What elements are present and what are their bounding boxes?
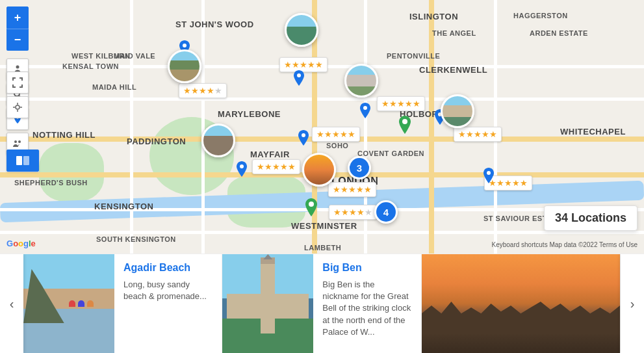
svg-point-10 xyxy=(16,66,19,69)
zoom-controls: + − xyxy=(6,7,29,51)
label-lambeth: LAMBETH xyxy=(304,244,341,252)
fullscreen-icon[interactable] xyxy=(6,72,29,94)
zoom-in-button[interactable]: + xyxy=(6,7,29,29)
label-angel: THE ANGEL xyxy=(432,29,476,37)
card-desc-bigben: Big Ben is the nickname for the Great Be… xyxy=(322,279,411,338)
label-ardenest: ARDEN ESTATE xyxy=(530,29,588,37)
svg-rect-17 xyxy=(23,156,29,165)
locations-badge: 34 Locations xyxy=(544,205,638,231)
map: ST JOHN'S WOOD HAGGERSTON ISLINGTON THE … xyxy=(0,0,644,254)
zoom-out-button[interactable]: − xyxy=(6,29,29,51)
card-content-bigben: Big Ben Big Ben is the nickname for the … xyxy=(313,254,420,353)
svg-point-2 xyxy=(363,106,367,110)
label-kensaltown: KENSAL TOWN xyxy=(62,62,119,70)
card-content-agadir: Agadir Beach Long, busy sandy beach & pr… xyxy=(114,254,222,353)
label-westminster: WESTMINSTER xyxy=(291,221,357,231)
svg-point-0 xyxy=(183,44,187,47)
label-kensington: KENSINGTON xyxy=(94,202,153,211)
map-pin-3[interactable] xyxy=(357,103,373,122)
location-card-bigben[interactable]: Big Ben Big Ben is the nickname for the … xyxy=(222,254,421,353)
label-soho: SOHO xyxy=(326,142,348,150)
cards-list: Agadir Beach Long, busy sandy beach & pr… xyxy=(23,254,621,353)
label-paddington: PADDINGTON xyxy=(127,137,186,146)
star-rating-6: ★★★★★ xyxy=(252,159,300,174)
svg-point-15 xyxy=(18,140,21,143)
map-photo-5[interactable] xyxy=(344,64,378,98)
label-islington: ISLINGTON xyxy=(409,12,458,21)
svg-point-4 xyxy=(240,164,244,168)
map-pin-4[interactable] xyxy=(296,130,311,150)
svg-point-8 xyxy=(402,119,407,124)
card-image-agadir xyxy=(23,254,114,353)
location-card-city[interactable] xyxy=(422,254,621,353)
svg-point-14 xyxy=(14,140,17,143)
label-southkensington: SOUTH KENSINGTON xyxy=(96,235,176,243)
cluster-4[interactable]: 4 xyxy=(374,200,398,224)
next-arrow[interactable]: › xyxy=(621,254,644,353)
cluster-3[interactable]: 3 xyxy=(348,156,371,179)
label-haggerston: HAGGERSTON xyxy=(513,12,568,20)
label-coventgarden: COVENT GARDEN xyxy=(357,150,424,157)
label-marylebone: MARYLEBONE xyxy=(218,109,281,119)
map-pin-2[interactable] xyxy=(291,70,307,90)
location-card-agadir[interactable]: Agadir Beach Long, busy sandy beach & pr… xyxy=(23,254,222,353)
star-rating-7: ★★★★★ xyxy=(328,182,376,197)
label-maidavale: MAID VALE xyxy=(114,52,155,60)
label-shepherds: SHEPHERD'S BUSH xyxy=(14,179,88,187)
star-rating-4: ★★★★★ xyxy=(312,127,360,142)
label-mayfair: MAYFAIR xyxy=(250,150,290,159)
star-rating-2: ★★★★★ xyxy=(179,83,227,98)
svg-point-3 xyxy=(302,133,305,137)
card-image-bigben xyxy=(222,254,313,353)
map-photo-4[interactable] xyxy=(302,153,336,187)
label-stjohnswood: ST JOHN'S WOOD xyxy=(175,20,254,29)
green-pin-2 xyxy=(304,198,318,219)
card-image-city xyxy=(422,254,620,353)
label-whitechapel: WHITECHAPEL xyxy=(560,127,626,137)
map-photo-3[interactable] xyxy=(201,124,235,157)
layers-toggle[interactable] xyxy=(6,150,39,172)
map-photo-1[interactable] xyxy=(285,13,318,47)
card-desc-agadir: Long, busy sandy beach & promenade... xyxy=(123,279,213,302)
star-rating-3: ★★★★★ xyxy=(377,96,425,111)
location-icon[interactable] xyxy=(6,96,29,118)
label-pentonville: PENTONVILLE xyxy=(387,52,440,60)
map-photo-6[interactable] xyxy=(441,94,474,128)
green-pin-1 xyxy=(398,116,412,137)
svg-point-9 xyxy=(309,202,314,207)
cards-container: ‹ Agadir Beach Long, busy sa xyxy=(0,254,644,353)
label-clerkenwell: CLERKENWELL xyxy=(419,65,487,75)
map-pin-5[interactable] xyxy=(234,161,250,181)
card-title-bigben[interactable]: Big Ben xyxy=(322,262,411,274)
svg-rect-16 xyxy=(16,156,22,165)
svg-point-18 xyxy=(16,105,19,109)
google-logo: Google xyxy=(6,239,36,248)
card-title-agadir[interactable]: Agadir Beach xyxy=(123,262,213,274)
map-pin-6[interactable] xyxy=(481,168,496,187)
map-photo-2[interactable] xyxy=(168,49,201,83)
svg-point-1 xyxy=(297,73,301,77)
map-attribution: Keyboard shortcuts Map data ©2022 Terms … xyxy=(491,241,638,248)
label-maidahill: MAIDA HILL xyxy=(92,83,136,91)
svg-point-5 xyxy=(487,171,491,175)
star-rating-8: ★★★★★ xyxy=(329,205,377,220)
prev-arrow[interactable]: ‹ xyxy=(0,254,23,353)
star-rating-5: ★★★★★ xyxy=(454,127,502,142)
label-nottinghill: NOTTING HILL xyxy=(32,130,96,140)
